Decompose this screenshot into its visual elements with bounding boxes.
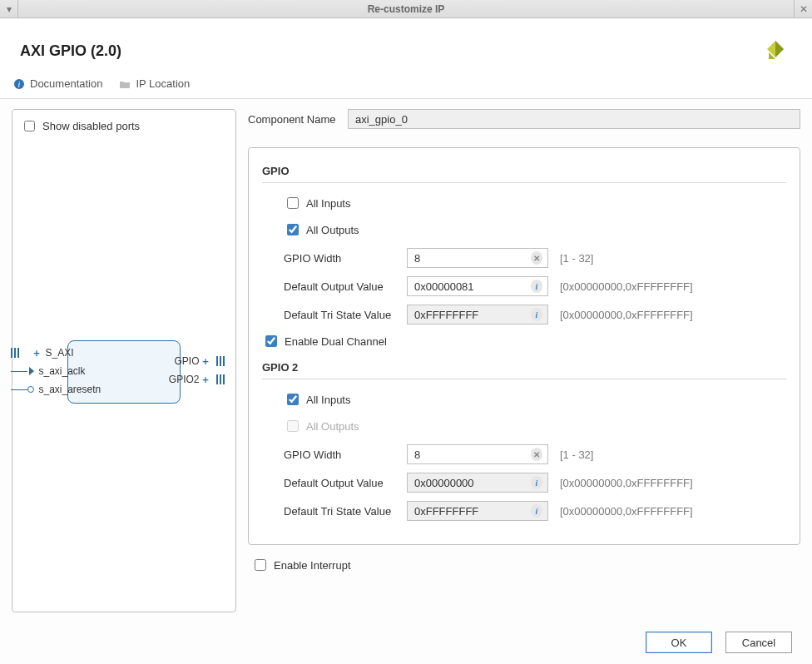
ip-location-link[interactable]: IP Location	[119, 77, 190, 90]
enable-interrupt-label: Enable Interrupt	[274, 559, 351, 572]
vendor-logo	[759, 37, 792, 64]
linkbar: i Documentation IP Location	[0, 74, 812, 99]
show-disabled-ports-input[interactable]	[24, 121, 35, 131]
preview-panel: Show disabled ports ＋ S_AXI s_axi_aclk	[12, 109, 236, 612]
gpio-width-input[interactable]	[413, 251, 527, 265]
gpio-all-inputs-input[interactable]	[287, 197, 299, 209]
gpio2-all-outputs-checkbox: All Outputs	[284, 418, 786, 434]
enable-dual-channel-label: Enable Dual Channel	[285, 335, 387, 348]
clear-icon[interactable]: ✕	[531, 251, 542, 265]
gpio2-tri-label: Default Tri State Value	[284, 505, 407, 518]
gpio-tri-row: Default Tri State Value i [0x00000000,0x…	[284, 305, 786, 325]
gpio2-tri-field[interactable]: i	[407, 501, 548, 521]
cancel-button[interactable]: Cancel	[725, 632, 792, 653]
enable-interrupt-checkbox[interactable]: Enable Interrupt	[251, 557, 800, 573]
gpio2-dout-field[interactable]: i	[407, 473, 548, 493]
gpio-groups: GPIO All Inputs All Outputs GPIO Width	[248, 147, 800, 545]
close-icon[interactable]: ✕	[794, 0, 812, 18]
component-name-row: Component Name	[248, 109, 800, 129]
gpio2-all-outputs-label: All Outputs	[306, 420, 359, 433]
window-title: Re-customize IP	[18, 3, 794, 15]
gpio-title: GPIO	[262, 165, 786, 177]
gpio-all-outputs-input[interactable]	[287, 224, 299, 235]
port-gpio2: GPIO2＋	[141, 372, 225, 387]
gpio2-all-inputs-checkbox[interactable]: All Inputs	[284, 391, 786, 408]
gpio-dout-field[interactable]: i	[407, 276, 548, 296]
content: Show disabled ports ＋ S_AXI s_axi_aclk	[0, 99, 812, 621]
documentation-link[interactable]: i Documentation	[13, 77, 102, 90]
ip-location-label: IP Location	[136, 77, 190, 90]
show-disabled-ports-label: Show disabled ports	[42, 120, 140, 132]
window-body: AXI GPIO (2.0) i Documentation IP Locati…	[0, 18, 812, 664]
component-name-field[interactable]	[348, 109, 800, 129]
gpio-tri-hint: [0x00000000,0xFFFFFFFF]	[560, 309, 693, 321]
gpio-width-hint: [1 - 32]	[560, 252, 593, 265]
gpio2-title: GPIO 2	[262, 361, 786, 374]
info-icon[interactable]: i	[531, 280, 542, 293]
gpio2-width-input[interactable]	[413, 448, 527, 462]
enable-dual-channel-checkbox[interactable]: Enable Dual Channel	[262, 333, 786, 349]
gpio-dout-label: Default Output Value	[284, 280, 407, 293]
gpio-tri-label: Default Tri State Value	[284, 309, 407, 321]
gpio2-dout-row: Default Output Value i [0x00000000,0xFFF…	[284, 473, 786, 493]
footer: OK Cancel	[0, 621, 812, 664]
gpio2-dout-hint: [0x00000000,0xFFFFFFFF]	[560, 477, 693, 489]
clear-icon[interactable]: ✕	[531, 448, 542, 461]
gpio2-all-outputs-input	[287, 420, 299, 432]
gpio-width-field[interactable]: ✕	[407, 248, 548, 268]
gpio-all-inputs-checkbox[interactable]: All Inputs	[284, 195, 786, 211]
component-name-label: Component Name	[248, 113, 348, 126]
titlebar: ▾ Re-customize IP ✕	[0, 0, 812, 18]
gpio-all-outputs-checkbox[interactable]: All Outputs	[284, 221, 786, 238]
enable-interrupt-input[interactable]	[255, 559, 266, 571]
gpio-width-row: GPIO Width ✕ [1 - 32]	[284, 248, 786, 268]
info-icon[interactable]: i	[531, 476, 542, 489]
gpio-dout-input[interactable]	[413, 280, 527, 294]
gpio-dout-row: Default Output Value i [0x00000000,0xFFF…	[284, 276, 786, 296]
gpio2-dout-input[interactable]	[413, 476, 527, 490]
gpio2-width-label: GPIO Width	[284, 448, 407, 461]
gpio2-width-field[interactable]: ✕	[407, 444, 548, 464]
documentation-label: Documentation	[30, 77, 102, 90]
port-gpio: GPIO＋	[141, 354, 225, 369]
ok-button[interactable]: OK	[646, 632, 712, 653]
folder-icon	[119, 78, 131, 90]
port-aclk: s_axi_aclk	[11, 364, 32, 379]
gpio-tri-input[interactable]	[413, 308, 527, 322]
gpio2-tri-row: Default Tri State Value i [0x00000000,0x…	[284, 501, 786, 521]
window-menu-icon[interactable]: ▾	[0, 0, 18, 18]
gpio2-all-inputs-input[interactable]	[287, 394, 299, 405]
config-panel: Component Name GPIO All Inputs All Ou	[248, 109, 800, 612]
gpio2-width-row: GPIO Width ✕ [1 - 32]	[284, 444, 786, 464]
block-diagram: ＋ S_AXI s_axi_aclk s_axi_aresetn GPIO＋	[21, 142, 227, 603]
gpio-tri-field[interactable]: i	[407, 305, 548, 325]
ip-title: AXI GPIO (2.0)	[20, 42, 121, 60]
gpio-all-inputs-label: All Inputs	[306, 197, 350, 210]
show-disabled-ports-checkbox[interactable]: Show disabled ports	[21, 118, 227, 134]
header: AXI GPIO (2.0)	[0, 19, 812, 74]
info-icon[interactable]: i	[531, 504, 542, 518]
gpio2-dout-label: Default Output Value	[284, 477, 407, 489]
gpio2-width-hint: [1 - 32]	[560, 448, 593, 461]
gpio-dout-hint: [0x00000000,0xFFFFFFFF]	[560, 280, 693, 293]
component-name-input[interactable]	[354, 112, 795, 126]
svg-text:i: i	[18, 80, 21, 89]
gpio-width-label: GPIO Width	[284, 252, 407, 265]
gpio2-tri-input[interactable]	[413, 504, 527, 518]
gpio-all-outputs-label: All Outputs	[306, 224, 359, 236]
gpio2-tri-hint: [0x00000000,0xFFFFFFFF]	[560, 505, 693, 518]
port-aresetn: s_axi_aresetn	[11, 382, 32, 397]
enable-dual-channel-input[interactable]	[265, 335, 277, 347]
info-icon[interactable]: i	[531, 308, 542, 321]
gpio2-all-inputs-label: All Inputs	[306, 394, 350, 406]
svg-marker-1	[775, 41, 784, 57]
info-icon: i	[13, 78, 25, 90]
